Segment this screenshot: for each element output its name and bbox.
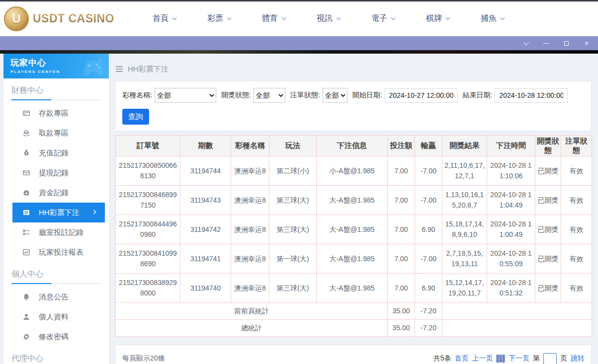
current-page-indicator: [1] xyxy=(496,355,505,363)
bet-status-select[interactable]: 全部 xyxy=(323,88,347,103)
table-header-row: 訂單號 期數 彩種名稱 玩法 下注信息 投注額 輸贏 開獎結果 下注時間 開獎狀… xyxy=(116,136,592,156)
nav-menu: 首頁 彩票 體育 視訊 電子 棋牌 捕魚 xyxy=(137,13,519,24)
page-summary-empty xyxy=(442,303,592,320)
table-row: 2152173008410998690 31194741 澳洲幸运8 第一球(大… xyxy=(116,244,592,274)
chevron-down-icon xyxy=(227,15,232,20)
lottery-name-select[interactable]: 全部 xyxy=(155,88,216,103)
prev-page-link[interactable]: 上一页 xyxy=(472,354,493,363)
cell-order-id: 2152173008389298000 xyxy=(116,274,180,303)
section-finance: 財務中心 xyxy=(11,85,101,100)
cell-bet-time: 2024-10-28 10:51:32 xyxy=(487,274,535,303)
page-title: HH彩票下注 xyxy=(128,65,169,74)
cell-order-id: 2152173008500666130 xyxy=(116,156,180,186)
col-period: 期數 xyxy=(180,136,231,156)
cell-order-id: 2152173008410998690 xyxy=(116,244,180,274)
section-rule xyxy=(11,283,101,284)
sidebar-item-hall-bet-record[interactable]: 廳室投註記錄 xyxy=(3,222,105,242)
window-divider-strip xyxy=(0,50,598,54)
chevron-down-icon xyxy=(500,15,505,20)
pagination-bar: 每頁顯示20條 共5条 首页 上一页 [1] 下一页 第 页 跳转 xyxy=(115,345,592,364)
draw-status-label: 開獎狀態: xyxy=(221,91,251,100)
minimize-button[interactable] xyxy=(542,40,549,47)
brand-name: USDT CASINO xyxy=(33,12,114,25)
col-draw-result: 開獎結果 xyxy=(442,136,487,156)
cell-bet-amount: 7.00 xyxy=(388,215,415,244)
section-rule xyxy=(11,99,101,100)
end-date-input[interactable] xyxy=(495,88,568,103)
cell-bet-time: 2024-10-28 10:55:09 xyxy=(487,244,535,274)
ledger-icon xyxy=(22,209,30,217)
card-icon xyxy=(22,109,30,117)
cell-period: 31194740 xyxy=(180,274,231,303)
sidebar-item-player-bet-report[interactable]: 玩家投注報表 xyxy=(3,242,105,262)
sidebar-item-change-password[interactable]: 修改密碼 xyxy=(3,327,105,347)
sidebar-item-withdraw-record[interactable]: 提現記錄 xyxy=(3,163,105,183)
breadcrumb: HH彩票下注 xyxy=(115,64,592,74)
next-page-link[interactable]: 下一页 xyxy=(509,354,529,363)
draw-status-select[interactable]: 全部 xyxy=(254,88,285,103)
cell-bet-amount: 7.00 xyxy=(388,156,415,186)
col-bet-info: 下注信息 xyxy=(317,136,388,156)
sidebar-item-label: 玩家投注報表 xyxy=(39,248,84,257)
cell-draw-result: 15,18,17,14,8,9,6,10 xyxy=(442,215,487,244)
jump-prefix-label: 第 xyxy=(533,354,540,363)
chevron-down-icon xyxy=(445,15,450,20)
cell-period: 31194743 xyxy=(180,186,231,215)
nav-item-sports[interactable]: 體育 xyxy=(246,13,301,24)
section-title: 個人中心 xyxy=(11,269,101,283)
grand-summary-row: 總統計 35.00 -7.20 xyxy=(116,320,592,337)
cell-lottery-name: 澳洲幸运8 xyxy=(231,274,269,303)
bell-icon xyxy=(22,293,30,301)
page-summary-bet-total: 35.00 xyxy=(388,303,415,320)
lottery-name-label: 彩種名稱: xyxy=(122,91,152,100)
bet-status-label: 注單狀態: xyxy=(290,91,320,100)
nav-item-lottery[interactable]: 彩票 xyxy=(191,13,246,24)
total-count: 共5条 xyxy=(433,354,451,363)
cell-draw-result: 1,13,10,16,15,20,8,7 xyxy=(442,186,487,215)
start-date-input[interactable] xyxy=(385,88,458,103)
search-button[interactable]: 查詢 xyxy=(122,109,149,125)
sidebar-item-label: 存款專區 xyxy=(39,109,69,118)
list-icon xyxy=(22,228,30,236)
cell-period: 31194744 xyxy=(180,156,231,186)
per-page-text: 每頁顯示20條 xyxy=(122,354,165,363)
cell-bet-info: 大-A盤@1.985 xyxy=(317,186,388,215)
table-row: 2152173008468997150 31194743 澳洲幸运8 第三球(大… xyxy=(116,186,592,215)
first-page-link[interactable]: 首页 xyxy=(454,354,468,363)
table-row: 2152173008389298000 31194740 澳洲幸运8 第三球(大… xyxy=(116,274,592,303)
nav-item-slots[interactable]: 電子 xyxy=(355,13,410,24)
cell-winloss: 6.90 xyxy=(415,274,442,303)
cell-draw-status: 已開獎 xyxy=(535,156,561,186)
sidebar-item-label: 資金記錄 xyxy=(39,188,69,198)
brand-logo[interactable]: U USDT CASINO xyxy=(4,6,114,31)
jump-action-link[interactable]: 跳转 xyxy=(571,354,585,363)
sidebar-item-deposit[interactable]: 存款專區 xyxy=(3,103,105,123)
nav-item-fishing[interactable]: 捕魚 xyxy=(465,13,519,24)
cell-play-type: 第一球(大) xyxy=(269,244,317,274)
nav-label: 捕魚 xyxy=(481,13,497,24)
sidebar-header: 玩家中心 PLAYERS CENTER xyxy=(3,54,109,78)
sidebar-item-profile[interactable]: 個人資料 xyxy=(3,307,105,327)
cell-draw-status: 已開獎 xyxy=(535,274,561,303)
sidebar-item-label: 取款專區 xyxy=(39,129,69,138)
nav-item-home[interactable]: 首頁 xyxy=(137,13,191,24)
menu-icon[interactable] xyxy=(115,66,123,73)
sidebar-item-withdraw[interactable]: 取款專區 xyxy=(3,123,105,143)
sidebar-item-label: 提現記錄 xyxy=(39,168,69,178)
sidebar-item-funds-record[interactable]: 資金記錄 xyxy=(3,183,105,203)
collapse-button[interactable] xyxy=(522,40,529,47)
nav-item-video[interactable]: 視訊 xyxy=(301,13,355,24)
user-icon xyxy=(22,313,30,321)
sidebar-item-announcements[interactable]: 消息公告 xyxy=(3,287,105,307)
sidebar-item-recharge-record[interactable]: 充值記錄 xyxy=(3,143,105,163)
sidebar-item-hh-lottery-bets[interactable]: HH彩票下注 xyxy=(12,203,105,222)
bets-table: 訂單號 期數 彩種名稱 玩法 下注信息 投注額 輸贏 開獎結果 下注時間 開獎狀… xyxy=(115,135,592,337)
close-button[interactable]: × xyxy=(583,40,590,47)
nav-label: 體育 xyxy=(262,13,278,24)
sidebar-item-label: 消息公告 xyxy=(39,292,69,302)
cell-bet-info: 大-A盤@1.985 xyxy=(317,274,388,303)
maximize-button[interactable] xyxy=(563,40,570,47)
nav-item-cards[interactable]: 棋牌 xyxy=(410,13,465,24)
page-jump-input[interactable] xyxy=(543,353,557,364)
grand-summary-winloss-total: -7.20 xyxy=(415,320,442,337)
